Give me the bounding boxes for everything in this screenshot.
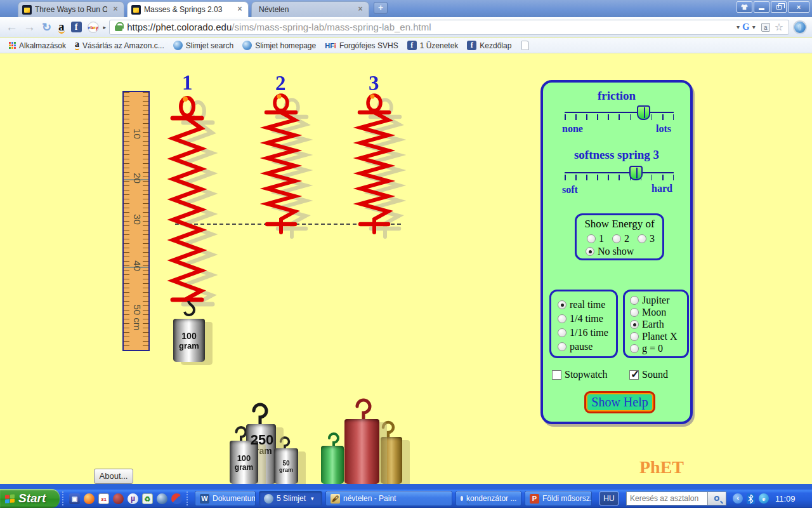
- bookmark-apps[interactable]: Alkalmazások: [9, 41, 66, 50]
- restore-button[interactable]: [771, 1, 787, 13]
- checkbox-icon: [552, 370, 561, 380]
- globe-app-icon[interactable]: [157, 493, 167, 504]
- task-slimjet[interactable]: 5 Slimjet ▾: [259, 491, 322, 506]
- ruler-label-20: 20: [132, 170, 143, 187]
- bookmark-amazon[interactable]: a Vásárlás az Amazon.c...: [75, 41, 164, 50]
- tab-2-active[interactable]: Masses & Springs 2.03 ×: [127, 1, 249, 17]
- amazon-icon: a: [75, 41, 79, 50]
- skin-button[interactable]: [737, 1, 752, 13]
- bookmark-star-icon[interactable]: ☆: [775, 21, 783, 33]
- radio-icon: [630, 344, 639, 353]
- task-powerpoint[interactable]: P Földi műsorsz...: [525, 491, 592, 506]
- close-button[interactable]: ×: [788, 1, 809, 13]
- radio-planet-x[interactable]: Planet X: [630, 331, 678, 342]
- ebay-extension-icon[interactable]: ebay: [88, 22, 99, 33]
- media-orb-icon[interactable]: [113, 493, 124, 504]
- firefox-icon[interactable]: [84, 493, 95, 504]
- tab-close-icon[interactable]: ×: [235, 5, 244, 14]
- softness-title: softness spring 3: [543, 148, 690, 162]
- radio-moon[interactable]: Moon: [630, 307, 666, 318]
- bookmark-forgofejes[interactable]: HFi Forgófejes SVHS: [325, 41, 398, 50]
- softness-max-label: hard: [652, 183, 672, 194]
- bluetooth-icon[interactable]: [747, 493, 755, 504]
- translate-icon[interactable]: a: [761, 23, 770, 32]
- bookmark-slimjet-homepage[interactable]: Slimjet homepage: [242, 41, 316, 50]
- tab-1[interactable]: Three Ways to Run Our Free ×: [18, 1, 124, 17]
- tab-3[interactable]: Névtelen ×: [251, 1, 369, 17]
- bookmark-kezdolap[interactable]: f Kezdőlap: [467, 41, 511, 50]
- show-energy-title: Show Energy of: [577, 218, 662, 231]
- minimize-button[interactable]: [754, 1, 769, 13]
- slimjet-icon: [264, 494, 273, 504]
- gold-mystery-weight[interactable]: [381, 437, 402, 484]
- radio-pause[interactable]: pause: [558, 341, 593, 352]
- chevron-down-icon[interactable]: ▾: [311, 495, 314, 502]
- energy-radio-3[interactable]: 3: [638, 233, 655, 244]
- energy-radio-1[interactable]: 1: [587, 233, 604, 244]
- quicklaunch-app-icon[interactable]: ▣: [69, 493, 80, 504]
- softness-slider-knob[interactable]: [629, 166, 643, 180]
- search-engine-dropdown-icon[interactable]: ▾: [752, 23, 756, 30]
- new-tab-button[interactable]: +: [374, 2, 388, 14]
- address-bar[interactable]: https://phet.colorado.edu /sims/mass-spr…: [109, 20, 789, 35]
- time-speed-box: real time 1/4 time 1/16 time pause: [549, 290, 618, 358]
- bookmark-messages[interactable]: f 1 Üzenetek: [407, 41, 459, 50]
- friction-slider-knob[interactable]: [637, 105, 650, 120]
- desktop-search-button[interactable]: [707, 491, 726, 505]
- browser-menu-globe-icon[interactable]: [793, 20, 807, 34]
- language-indicator[interactable]: HU: [599, 491, 619, 505]
- reload-icon[interactable]: ↻: [42, 20, 51, 34]
- task-word[interactable]: W Dokumentum...: [195, 491, 256, 506]
- google-search-icon[interactable]: G: [742, 22, 750, 32]
- energy-radio-2[interactable]: 2: [612, 233, 629, 244]
- softness-slider[interactable]: [565, 166, 674, 185]
- magnifier-icon: [714, 496, 719, 501]
- radio-sixteenth-time[interactable]: 1/16 time: [558, 327, 608, 338]
- calendar-icon[interactable]: 31: [98, 493, 109, 504]
- radio-icon: [558, 300, 566, 309]
- weight-value: 100: [181, 331, 196, 341]
- https-padlock-icon[interactable]: [115, 25, 122, 31]
- magnifier-icon: [461, 496, 463, 501]
- utorrent-icon[interactable]: µ: [128, 493, 138, 504]
- back-icon[interactable]: ←: [6, 21, 18, 33]
- radio-g-zero[interactable]: g = 0: [630, 343, 663, 354]
- radio-icon: [587, 234, 596, 243]
- red-mystery-weight[interactable]: [344, 419, 379, 484]
- hanging-weight-100g[interactable]: 100 gram: [173, 319, 205, 362]
- internet-tray-icon[interactable]: e: [759, 493, 769, 504]
- stopwatch-checkbox[interactable]: Stopwatch: [552, 369, 608, 380]
- friction-slider[interactable]: [565, 105, 674, 124]
- radio-jupiter[interactable]: Jupiter: [630, 295, 670, 306]
- task-kondenzator[interactable]: kondenzátor ...: [455, 491, 521, 506]
- tray-collapse-icon[interactable]: ‹: [733, 493, 743, 504]
- softness-slider-track: [565, 172, 674, 173]
- forward-icon[interactable]: →: [23, 21, 36, 33]
- radio-earth[interactable]: Earth: [630, 319, 664, 330]
- tab-close-icon[interactable]: ×: [111, 5, 120, 14]
- about-button[interactable]: About...: [94, 469, 133, 484]
- extensions-overflow-icon[interactable]: ▸: [103, 24, 107, 30]
- gravity-box: Jupiter Moon Earth Planet X g = 0: [623, 290, 689, 358]
- weight-50g[interactable]: 50 gram: [274, 448, 298, 484]
- phet-favicon: [131, 5, 141, 15]
- sound-checkbox[interactable]: Sound: [629, 369, 668, 380]
- bookmark-slimjet-search[interactable]: Slimjet search: [173, 41, 233, 50]
- task-paint[interactable]: 🖌 névtelen - Paint: [325, 491, 452, 506]
- url-dropdown-icon[interactable]: ▾: [737, 23, 740, 30]
- tab-close-icon[interactable]: ×: [356, 5, 365, 14]
- bookmark-label: Slimjet homepage: [255, 41, 316, 50]
- swirl-app-icon[interactable]: [171, 493, 182, 504]
- radio-quarter-time[interactable]: 1/4 time: [558, 313, 603, 324]
- ruler[interactable]: 10 20 30 40 50 cm: [122, 91, 150, 351]
- energy-radio-noshow[interactable]: No show: [586, 246, 634, 257]
- green-mystery-weight[interactable]: [321, 446, 344, 484]
- radio-real-time[interactable]: real time: [558, 299, 605, 311]
- show-help-button[interactable]: Show Help: [584, 391, 655, 413]
- recycle-icon[interactable]: ♻: [142, 493, 153, 504]
- desktop-search-input[interactable]: [626, 491, 707, 505]
- start-button[interactable]: Start: [0, 489, 60, 508]
- amazon-extension-icon[interactable]: a: [58, 21, 65, 34]
- page-bookmark-icon[interactable]: [521, 41, 529, 50]
- facebook-extension-icon[interactable]: f: [71, 22, 82, 32]
